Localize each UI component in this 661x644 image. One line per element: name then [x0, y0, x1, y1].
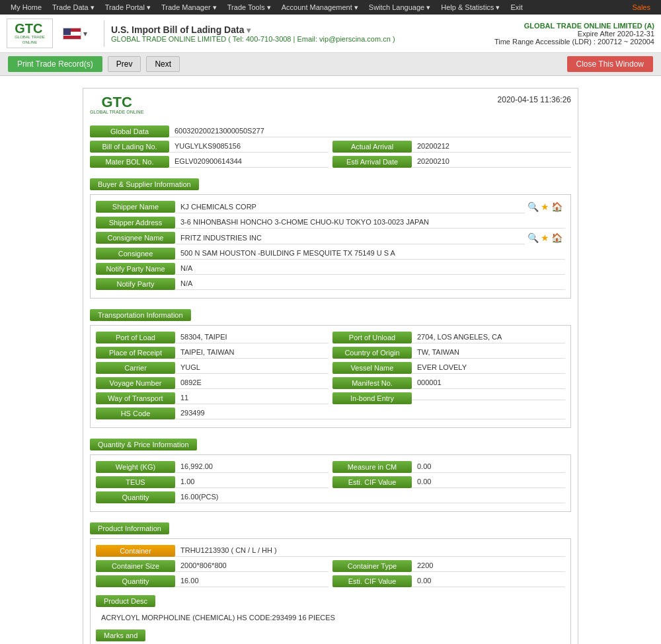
- place-receipt-label: Place of Receipt: [96, 347, 175, 359]
- consignee-label: Consignee: [96, 248, 175, 260]
- nav-trade-portal[interactable]: Trade Portal ▾: [100, 1, 156, 14]
- logo-area: GTC GLOBAL TRADEONLINE ▾: [7, 18, 111, 48]
- port-load-label: Port of Load: [96, 332, 175, 343]
- esti-cif-value: 0.00: [412, 476, 565, 488]
- place-receipt-row: Place of Receipt TAIPEI, TAIWAN Country …: [96, 346, 565, 359]
- nav-help[interactable]: Help & Statistics ▾: [436, 1, 505, 14]
- nav-items: My Home Trade Data ▾ Trade Portal ▾ Trad…: [5, 1, 528, 14]
- container-size-label: Container Size: [96, 560, 175, 572]
- esti-arrival-label: Esti Arrival Date: [332, 156, 412, 168]
- header-right: GLOBAL TRADE ONLINE LIMITED (A) Expire A…: [494, 22, 654, 46]
- header-bar: GTC GLOBAL TRADEONLINE ▾ U.S. Import Bil…: [0, 15, 661, 53]
- consignee-name-value: FRITZ INDUSTRIES INC: [175, 232, 525, 244]
- actual-arrival-value: 20200212: [412, 140, 571, 153]
- record-logo-gtc: GTC: [101, 95, 132, 110]
- esti-cif-label: Esti. CIF Value: [332, 476, 412, 488]
- account-name: GLOBAL TRADE ONLINE LIMITED (A): [494, 22, 654, 30]
- print-button[interactable]: Print Trade Record(s): [8, 56, 102, 72]
- quantity-label: Quantity: [96, 491, 175, 503]
- notify-party-label: Notify Party: [96, 278, 175, 290]
- main-content: GTC GLOBAL TRADE ONLINE 2020-04-15 11:36…: [0, 76, 661, 644]
- product-qty-row: Quantity 16.00 Esti. CIF Value 0.00: [96, 575, 565, 587]
- quantity-row: Quantity 16.00(PCS): [96, 491, 565, 503]
- nav-trade-tools[interactable]: Trade Tools ▾: [222, 1, 276, 14]
- notify-party-name-row: Notify Party Name N/A: [96, 262, 565, 275]
- product-section-box: Container TRHU1213930 ( CN / L / HH ) Co…: [90, 538, 571, 644]
- product-esti-cif-value: 0.00: [412, 575, 565, 587]
- consignee-star-icon[interactable]: ★: [541, 233, 549, 243]
- product-desc-value: ACRYLOYL MORPHOLINE (CHEMICAL) HS CODE:2…: [96, 611, 565, 624]
- qty-price-section-box: Weight (KG) 16,992.00 Measure in CM 0.00…: [90, 454, 571, 512]
- consignee-home-icon[interactable]: 🏠: [551, 233, 563, 243]
- port-load-value: 58304, TAIPEI: [175, 331, 329, 343]
- shipper-address-label: Shipper Address: [96, 217, 175, 229]
- flag-area: ▾: [63, 28, 87, 40]
- transport-section-header: Transportation Information: [90, 309, 191, 321]
- product-esti-cif-label: Esti. CIF Value: [332, 575, 412, 587]
- ldr-range: Time Range Accessible (LDR) : 200712 ~ 2…: [494, 38, 654, 46]
- record-logo-sub: GLOBAL TRADE ONLINE: [90, 110, 143, 115]
- home-icon[interactable]: 🏠: [551, 201, 563, 212]
- header-title: U.S. Import Bill of Lading Data ▾ GLOBAL…: [111, 24, 494, 43]
- nav-trade-data[interactable]: Trade Data ▾: [47, 1, 100, 14]
- global-data-label: Global Data: [90, 125, 169, 137]
- notify-party-name-label: Notify Party Name: [96, 263, 175, 275]
- quantity-value: 16.00(PCS): [175, 491, 565, 503]
- hs-code-value: 293499: [175, 407, 565, 419]
- notify-party-value: N/A: [175, 277, 565, 290]
- expire-date: Expire After 2020-12-31: [494, 30, 654, 38]
- vessel-name-value: EVER LOVELY: [412, 361, 565, 374]
- weight-label: Weight (KG): [96, 461, 175, 473]
- way-transport-row: Way of Transport 11 In-bond Entry: [96, 392, 565, 404]
- product-section-header: Product Information: [90, 522, 169, 534]
- toolbar-left: Print Trade Record(s) Prev Next: [8, 56, 180, 72]
- global-data-row: Global Data 600320200213000050S277: [90, 125, 571, 137]
- manifest-label: Manifest No.: [332, 377, 412, 389]
- actual-arrival-label: Actual Arrival: [332, 141, 412, 153]
- container-row: Container TRHU1213930 ( CN / L / HH ): [96, 544, 565, 557]
- record-logo: GTC GLOBAL TRADE ONLINE: [90, 95, 143, 115]
- consignee-search-icon[interactable]: 🔍: [527, 233, 539, 243]
- bol-value: YUGLYLKS9085156: [169, 140, 329, 153]
- nav-trade-manager[interactable]: Trade Manager ▾: [156, 1, 222, 14]
- marks-label: Marks and: [96, 629, 145, 641]
- consignee-icons: 🔍 ★ 🏠: [525, 231, 565, 244]
- port-unload-value: 2704, LOS ANGELES, CA: [412, 331, 565, 343]
- port-load-row: Port of Load 58304, TAIPEI Port of Unloa…: [96, 331, 565, 343]
- star-icon[interactable]: ★: [541, 201, 549, 212]
- nav-exit[interactable]: Exit: [505, 1, 527, 14]
- consignee-row: Consignee 500 N SAM HOUSTON -BUILDING F …: [96, 247, 565, 260]
- logo-gtc: GTC: [15, 22, 45, 35]
- mater-bol-value: EGLV020900614344: [169, 155, 329, 168]
- measure-cm-label: Measure in CM: [332, 461, 412, 473]
- nav-sales[interactable]: Sales: [627, 1, 656, 13]
- way-transport-label: Way of Transport: [96, 392, 175, 404]
- toolbar: Print Trade Record(s) Prev Next Close Th…: [0, 53, 661, 76]
- buyer-supplier-section-header: Buyer & Supplier Information: [90, 178, 199, 190]
- hs-code-label: HS Code: [96, 408, 175, 419]
- shipper-address-value: 3-6 NIHONBASHI HONCHO 3-CHOME CHUO-KU TO…: [175, 216, 565, 229]
- flag-arrow[interactable]: ▾: [83, 29, 87, 38]
- close-button[interactable]: Close This Window: [567, 56, 653, 72]
- hs-code-row: HS Code 293499: [96, 407, 565, 419]
- mater-bol-label: Mater BOL No.: [90, 156, 169, 168]
- notify-party-name-value: N/A: [175, 262, 565, 275]
- country-origin-value: TW, TAIWAN: [412, 346, 565, 359]
- nav-my-home[interactable]: My Home: [5, 1, 47, 14]
- prev-button[interactable]: Prev: [108, 56, 141, 72]
- nav-language[interactable]: Switch Language ▾: [364, 1, 436, 14]
- next-button[interactable]: Next: [146, 56, 180, 72]
- mater-bol-row: Mater BOL No. EGLV020900614344 Esti Arri…: [90, 155, 571, 168]
- notify-party-row: Notify Party N/A: [96, 277, 565, 290]
- shipper-address-row: Shipper Address 3-6 NIHONBASHI HONCHO 3-…: [96, 216, 565, 229]
- record-header: GTC GLOBAL TRADE ONLINE 2020-04-15 11:36…: [90, 95, 571, 118]
- voyage-value: 0892E: [175, 376, 329, 389]
- consignee-name-label: Consignee Name: [96, 232, 175, 244]
- page-title: U.S. Import Bill of Lading Data ▾: [111, 24, 494, 35]
- nav-account[interactable]: Account Management ▾: [276, 1, 364, 14]
- carrier-label: Carrier: [96, 362, 175, 374]
- search-icon[interactable]: 🔍: [527, 201, 539, 212]
- record-datetime: 2020-04-15 11:36:26: [498, 95, 571, 104]
- product-desc-label: Product Desc: [96, 595, 155, 607]
- weight-row: Weight (KG) 16,992.00 Measure in CM 0.00: [96, 460, 565, 473]
